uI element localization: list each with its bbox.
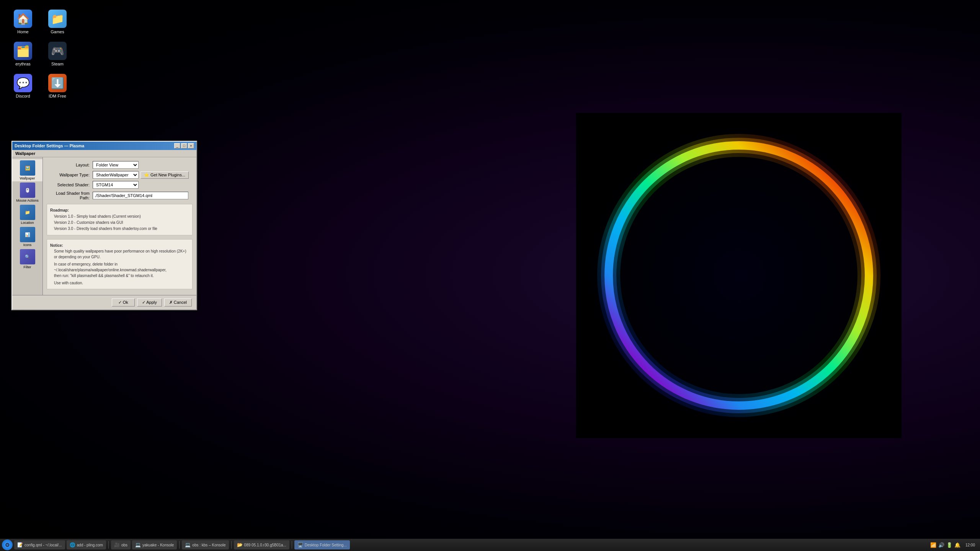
obs-label: obs [121, 543, 127, 547]
wallpaper-type-control: ShaderWallpaper ⭐ Get New Plugins... [93, 171, 193, 179]
load-shader-input[interactable] [93, 192, 188, 199]
roadmap-line2: Version 2.0 - Customize shaders via GUI [50, 220, 189, 226]
steam-label: Steam [51, 62, 64, 66]
selected-shader-row: Selected Shader: STGM14 [47, 181, 193, 189]
desktop-icon-games[interactable]: 📁 Games [42, 8, 73, 36]
notice-line3: In case of emergency, delete folder in [50, 261, 189, 267]
icons-sidebar-label: Icons [14, 243, 41, 247]
kbs-icon: 💻 [185, 542, 191, 548]
roadmap-line1: Version 1.0 - Simply load shaders (Curre… [50, 214, 189, 220]
taskbar-item-desktop-settings[interactable]: 🖥️ Desktop Folder Setting... [294, 540, 350, 549]
desktop-settings-icon: 🖥️ [297, 542, 303, 548]
notice-line1: Some high quality wallpapers have poor p… [50, 248, 189, 254]
close-button[interactable]: × [188, 143, 194, 148]
taskbar-separator-1 [108, 541, 109, 549]
games-icon: 📁 [48, 10, 67, 28]
selected-shader-select[interactable]: STGM14 [93, 181, 139, 189]
dialog-titlebar: Desktop Folder Settings — Plasma _ □ × [12, 142, 196, 150]
dialog-footer: ✓ Ok ✓ Apply ✗ Cancel [12, 295, 196, 310]
sidebar-item-location[interactable]: 📁 Location [12, 204, 42, 226]
load-shader-row: Load Shader from Path: [47, 191, 193, 200]
start-icon: ⚙ [5, 542, 10, 548]
089-label: 089 05.1.0.r30.g5B01a... [244, 543, 286, 547]
taskbar-item-yakuake[interactable]: 💻 yakuake - Konsole [132, 540, 177, 549]
titlebar-buttons: _ □ × [174, 143, 194, 148]
taskbar-separator-2 [179, 541, 180, 549]
wallpaper-sidebar-icon: 🖼️ [20, 160, 35, 176]
config-label: config.qml - ~/.local/... [24, 543, 62, 547]
load-shader-control [93, 192, 193, 199]
sidebar-item-wallpaper[interactable]: 🖼️ Wallpaper [12, 159, 42, 181]
desktop-icon-home[interactable]: 🏠 Home [8, 8, 38, 36]
roadmap-label: Roadmap: Version 1.0 - Simply load shade… [50, 207, 189, 232]
sidebar-item-icons[interactable]: 📊 Icons [12, 226, 42, 248]
games-label: Games [51, 29, 64, 34]
erythras-label: erythras [15, 62, 31, 66]
dialog-title: Desktop Folder Settings — Plasma [15, 143, 84, 148]
notice-label: Notice: [50, 243, 63, 248]
steam-icon: 🎮 [48, 42, 67, 60]
notice-line4: ~/.local/share/plasma/wallpaper/online.k… [50, 267, 189, 273]
ok-button[interactable]: ✓ Ok [112, 298, 135, 306]
kbs-label: obs : kbs – Konsole [192, 543, 225, 547]
pling-label: add - pling.com [77, 543, 103, 547]
cancel-button[interactable]: ✗ Cancel [164, 298, 192, 306]
location-sidebar-label: Location [14, 221, 41, 225]
yakuake-icon: 💻 [135, 542, 141, 548]
layout-control: Folder View [93, 161, 193, 169]
desktop-icons-row1: 🏠 Home 📁 Games [8, 8, 73, 36]
sidebar-item-mouse-actions[interactable]: 🖱️ Mouse Actions [12, 181, 42, 204]
apply-button[interactable]: ✓ Apply [137, 298, 162, 306]
taskbar-separator-3 [231, 541, 232, 549]
minimize-button[interactable]: _ [174, 143, 180, 148]
desktop: 🏠 Home 📁 Games 🗂️ erythras 🎮 Steam 💬 Dis… [0, 0, 980, 551]
network-tray-icon[interactable]: 📶 [930, 542, 936, 548]
idm-label: IDM Free [49, 94, 66, 98]
layout-label: Layout: [47, 163, 93, 167]
icons-sidebar-icon: 📊 [20, 227, 35, 242]
taskbar-item-config[interactable]: 📝 config.qml - ~/.local/... [14, 540, 65, 549]
filter-sidebar-icon: 🔍 [20, 249, 35, 264]
taskbar-tray: 📶 🔊 🔋 🔔 12:00 [930, 542, 978, 548]
idm-icon: ⬇️ [48, 74, 67, 92]
notice-content: Notice: Some high quality wallpapers hav… [50, 243, 189, 286]
desktop-icon-discord[interactable]: 💬 Discord [8, 72, 38, 100]
filter-sidebar-label: Filter [14, 265, 41, 269]
taskbar-item-obs[interactable]: 🎥 obs [111, 540, 131, 549]
taskbar-item-kbs[interactable]: 💻 obs : kbs – Konsole [182, 540, 229, 549]
home-icon: 🏠 [14, 10, 32, 28]
sidebar-item-filter[interactable]: 🔍 Filter [12, 248, 42, 270]
roadmap-line3: Version 3.0 - Directly load shaders from… [50, 226, 189, 232]
get-new-plugins-button[interactable]: ⭐ Get New Plugins... [140, 171, 189, 179]
maximize-button[interactable]: □ [181, 143, 187, 148]
notifications-tray-icon[interactable]: 🔔 [954, 542, 960, 548]
desktop-folder-settings-dialog: Desktop Folder Settings — Plasma _ □ × W… [11, 141, 197, 310]
yakuake-label: yakuake - Konsole [142, 543, 174, 547]
desktop-icons-row2: 🗂️ erythras 🎮 Steam [8, 40, 73, 68]
taskbar-clock: 12:00 [962, 543, 978, 547]
taskbar-item-add-pling[interactable]: 🌐 add - pling.com [67, 540, 106, 549]
erythras-icon: 🗂️ [14, 42, 32, 60]
star-icon: ⭐ [144, 173, 149, 178]
desktop-icon-erythras[interactable]: 🗂️ erythras [8, 40, 38, 68]
layout-select[interactable]: Folder View [93, 161, 139, 169]
notice-line6: Use with caution. [50, 280, 189, 286]
svg-rect-0 [576, 113, 902, 438]
pling-icon: 🌐 [70, 542, 75, 548]
desktop-icon-steam[interactable]: 🎮 Steam [42, 40, 73, 68]
notice-section: Notice: Some high quality wallpapers hav… [47, 239, 193, 289]
layout-row: Layout: Folder View [47, 161, 193, 169]
taskbar-item-089[interactable]: 📂 089 05.1.0.r30.g5B01a... [234, 540, 289, 549]
wallpaper-type-select[interactable]: ShaderWallpaper [93, 171, 139, 179]
selected-shader-label: Selected Shader: [47, 183, 93, 187]
taskbar-separator-4 [292, 541, 292, 549]
desktop-icon-idm[interactable]: ⬇️ IDM Free [42, 72, 73, 100]
089-icon: 📂 [237, 542, 243, 548]
desktop-settings-label: Desktop Folder Setting... [305, 543, 347, 547]
battery-tray-icon[interactable]: 🔋 [946, 542, 952, 548]
home-label: Home [17, 29, 28, 34]
start-button[interactable]: ⚙ [2, 540, 13, 550]
desktop-icons-container: 🏠 Home 📁 Games 🗂️ erythras 🎮 Steam 💬 Dis… [8, 8, 73, 100]
volume-tray-icon[interactable]: 🔊 [938, 542, 944, 548]
location-sidebar-icon: 📁 [20, 205, 35, 220]
